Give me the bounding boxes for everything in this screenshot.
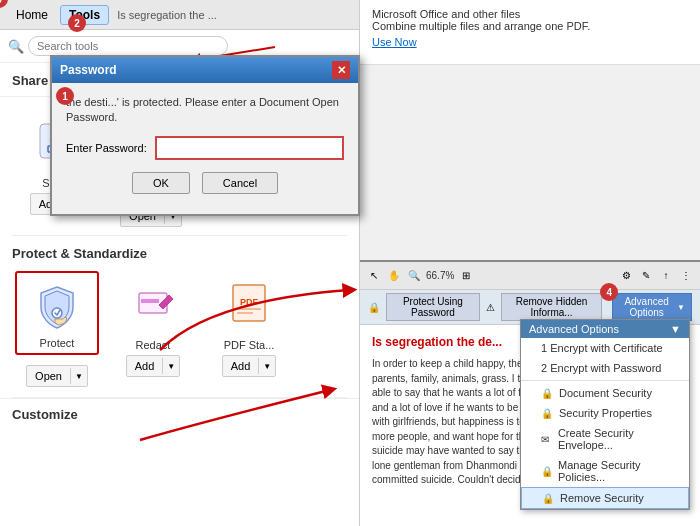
- dropdown-item-create-envelope[interactable]: ✉ Create Security Envelope...: [521, 423, 689, 455]
- tool-redact: Redact Add ▼: [108, 271, 198, 377]
- password-label: Enter Password:: [66, 142, 147, 154]
- more-tools-icon[interactable]: ⋮: [678, 268, 694, 284]
- tool-protect: 3 Protect O: [12, 271, 102, 387]
- redact-label: Redact: [136, 339, 171, 351]
- hand-tool-icon[interactable]: ✋: [386, 268, 402, 284]
- protect-title: Protect & Standardize: [12, 246, 347, 261]
- customize-title: Customize: [12, 407, 347, 422]
- tools-icon[interactable]: ⚙: [618, 268, 634, 284]
- annotation-2: 2: [68, 14, 86, 32]
- protect-tools-row: 3 Protect O: [12, 271, 347, 387]
- protect-button-row: Open ▼: [26, 365, 88, 387]
- dropdown-header-arrow: ▼: [670, 323, 681, 335]
- dropdown-item-security-props[interactable]: 🔒 Security Properties: [521, 403, 689, 423]
- fit-page-icon[interactable]: ⊞: [458, 268, 474, 284]
- password-dialog: Password ✕ 1 the desti...' is protected.…: [50, 55, 360, 216]
- pdf-protect-bar: 🔒 Protect Using Password ⚠ Remove Hidden…: [360, 290, 700, 325]
- redact-icon: [127, 277, 179, 329]
- use-now-link[interactable]: Use Now: [372, 36, 688, 48]
- protect-btn-arrow[interactable]: ▼: [71, 370, 87, 383]
- pdfsta-btn-label[interactable]: Add: [223, 358, 260, 374]
- dropdown-divider-1: [521, 380, 689, 381]
- pdfsta-icon: PDF: [223, 277, 275, 329]
- dialog-field: Enter Password:: [66, 136, 344, 160]
- create-envelope-label: Create Security Envelope...: [558, 427, 681, 451]
- ms-office-text: Microsoft Office and other files: [372, 8, 520, 20]
- search-icon: 🔍: [8, 39, 24, 54]
- top-bar: Home Tools Is segregation the ... 2: [0, 0, 359, 30]
- search-input[interactable]: [28, 36, 228, 56]
- remove-security-icon: 🔒: [542, 493, 556, 504]
- remove-hidden-btn[interactable]: Remove Hidden Informa...: [501, 293, 602, 321]
- advanced-options-btn[interactable]: Advanced Options ▼: [612, 293, 692, 321]
- pdfsta-btn-arrow[interactable]: ▼: [259, 360, 275, 373]
- dropdown-header-label: Advanced Options: [529, 323, 619, 335]
- dialog-title: Password: [60, 63, 117, 77]
- remove-security-label: Remove Security: [560, 492, 644, 504]
- svg-rect-13: [141, 299, 159, 303]
- redact-icon-wrapper: [121, 271, 185, 335]
- dropdown-item-encrypt-pass[interactable]: 2 Encrypt with Password: [521, 358, 689, 378]
- redact-btn-label[interactable]: Add: [127, 358, 164, 374]
- protect-using-password-btn[interactable]: Protect Using Password: [386, 293, 480, 321]
- protect-icon: [31, 281, 83, 333]
- create-envelope-icon: ✉: [541, 434, 554, 445]
- password-input[interactable]: [155, 136, 344, 160]
- dropdown-header[interactable]: Advanced Options ▼: [521, 320, 689, 338]
- protect-btn-label[interactable]: Open: [27, 368, 71, 384]
- cancel-button[interactable]: Cancel: [202, 172, 278, 194]
- zoom-level: 66.7%: [426, 270, 454, 281]
- advanced-dropdown-arrow: ▼: [677, 303, 685, 312]
- protect-standardize-section: Protect & Standardize 3: [0, 236, 359, 397]
- cursor-tool-icon[interactable]: ↖: [366, 268, 382, 284]
- encrypt-pass-label: 2 Encrypt with Password: [541, 362, 661, 374]
- dialog-close-button[interactable]: ✕: [332, 61, 350, 79]
- tool-pdfsta: PDF PDF Sta... Add ▼: [204, 271, 294, 377]
- protect-highlighted-box: 3 Protect: [15, 271, 99, 355]
- dropdown-item-doc-security[interactable]: 🔒 Document Security: [521, 383, 689, 403]
- doc-tab[interactable]: Is segregation the ...: [117, 9, 217, 21]
- advanced-options-label: Advanced Options: [619, 296, 674, 318]
- ok-button[interactable]: OK: [132, 172, 190, 194]
- dialog-message: the desti...' is protected. Please enter…: [66, 95, 344, 126]
- protect-button[interactable]: Open ▼: [26, 365, 88, 387]
- pdfsta-icon-wrapper: PDF: [217, 271, 281, 335]
- manage-policies-label: Manage Security Policies...: [558, 459, 681, 483]
- dialog-titlebar: Password ✕: [52, 57, 358, 83]
- ms-office-subtext: Combine multiple files and arrange one P…: [372, 20, 590, 32]
- doc-security-icon: 🔒: [541, 388, 555, 399]
- ms-office-banner: Microsoft Office and other files Combine…: [360, 0, 700, 65]
- security-props-label: Security Properties: [559, 407, 652, 419]
- pdfsta-label: PDF Sta...: [224, 339, 275, 351]
- home-tab[interactable]: Home: [8, 6, 56, 24]
- doc-security-label: Document Security: [559, 387, 652, 399]
- protect-icon-wrapper: [27, 277, 87, 337]
- redact-btn-arrow[interactable]: ▼: [163, 360, 179, 373]
- dropdown-item-manage-policies[interactable]: 🔒 Manage Security Policies...: [521, 455, 689, 487]
- customize-section: Customize: [0, 398, 359, 440]
- encrypt-cert-label: 1 Encrypt with Certificate: [541, 342, 663, 354]
- svg-text:PDF: PDF: [240, 297, 259, 307]
- annotation-1: 1: [56, 87, 74, 105]
- dialog-buttons: OK Cancel: [66, 172, 344, 202]
- pdf-toolbar: ↖ ✋ 🔍 66.7% ⊞ ⚙ ✎ ↑ ⋮: [360, 262, 700, 290]
- share-tool-icon[interactable]: ↑: [658, 268, 674, 284]
- pdf-viewer: ↖ ✋ 🔍 66.7% ⊞ ⚙ ✎ ↑ ⋮ 🔒 Protect Using Pa…: [360, 260, 700, 526]
- protect-separator: ⚠: [486, 302, 495, 313]
- dropdown-item-remove-security[interactable]: 🔒 Remove Security: [521, 487, 689, 509]
- protect-lock-icon: 🔒: [368, 302, 380, 313]
- redact-button[interactable]: Add ▼: [126, 355, 181, 377]
- pdfsta-button[interactable]: Add ▼: [222, 355, 277, 377]
- security-props-icon: 🔒: [541, 408, 555, 419]
- dropdown-item-encrypt-cert[interactable]: 1 Encrypt with Certificate: [521, 338, 689, 358]
- advanced-dropdown: Advanced Options ▼ 1 Encrypt with Certif…: [520, 319, 690, 510]
- dialog-body: 1 the desti...' is protected. Please ent…: [52, 83, 358, 214]
- protect-label: Protect: [40, 337, 75, 349]
- comment-tool-icon[interactable]: ✎: [638, 268, 654, 284]
- manage-policies-icon: 🔒: [541, 466, 554, 477]
- zoom-in-icon[interactable]: 🔍: [406, 268, 422, 284]
- advanced-options-container: 4 Advanced Options ▼ Advanced Options ▼ …: [612, 293, 692, 321]
